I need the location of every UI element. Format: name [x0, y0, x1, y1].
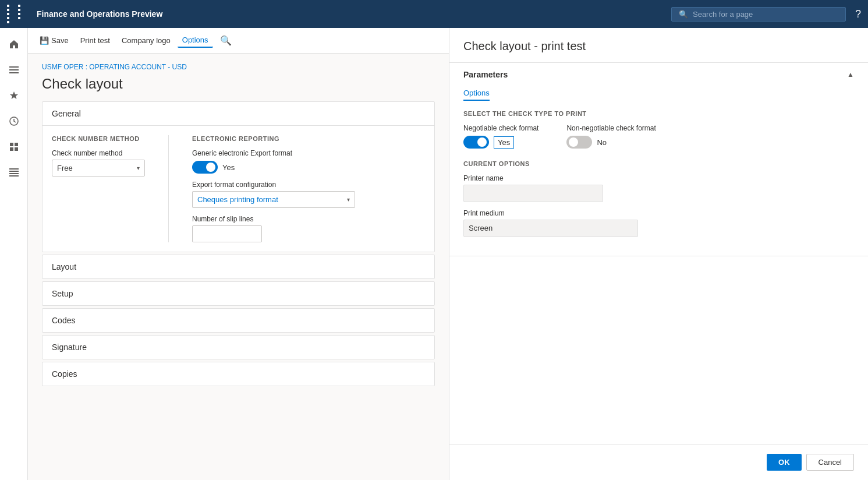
select-check-type-label: SELECT THE CHECK TYPE TO PRINT	[463, 110, 854, 117]
panel-body: Parameters ▲ Options SELECT THE CHECK TY…	[449, 63, 868, 444]
signature-section-header[interactable]: Signature	[42, 336, 434, 359]
save-icon: 💾	[40, 36, 49, 45]
codes-section: Codes	[42, 308, 435, 333]
setup-section-header[interactable]: Setup	[42, 282, 434, 305]
panel-footer: OK Cancel	[449, 444, 868, 480]
toolbar-search-icon[interactable]: 🔍	[220, 35, 232, 46]
parameters-title: Parameters	[463, 70, 508, 79]
export-format-config-label: Export format configuration	[192, 181, 425, 189]
general-section: General CHECK NUMBER METHOD Check number…	[42, 101, 435, 252]
check-number-method-field-label: Check number method	[52, 149, 145, 157]
toolbar: 💾 Save Print test Company logo Options 🔍	[28, 28, 449, 54]
options-tab[interactable]: Options	[463, 86, 490, 101]
svg-rect-4	[10, 143, 13, 146]
negotiable-toggle-row: Yes	[463, 136, 538, 149]
svg-rect-0	[9, 66, 19, 68]
breadcrumb: USMF OPER : OPERATING ACCOUNT - USD	[42, 63, 435, 71]
setup-section: Setup	[42, 281, 435, 306]
app-title: Finance and Operations Preview	[37, 9, 662, 19]
cancel-button[interactable]: Cancel	[806, 454, 854, 471]
generic-export-toggle-wrapper: Yes	[192, 161, 425, 174]
app-grid-icon[interactable]	[7, 5, 27, 23]
search-bar[interactable]: 🔍	[671, 7, 846, 22]
sidebar-item-list[interactable]	[2, 161, 26, 184]
check-number-method-label: CHECK NUMBER METHOD	[52, 135, 145, 142]
generic-export-toggle-label: Yes	[222, 163, 235, 172]
generic-export-toggle[interactable]	[192, 161, 218, 174]
general-section-body: CHECK NUMBER METHOD Check number method …	[42, 125, 434, 252]
main-area: 💾 Save Print test Company logo Options 🔍…	[0, 28, 868, 480]
print-medium-label: Print medium	[463, 209, 854, 217]
sidebar-item-favorites[interactable]	[2, 84, 26, 107]
top-nav: Finance and Operations Preview 🔍 ?	[0, 0, 868, 28]
check-number-method-select[interactable]: Free ▾	[52, 160, 145, 177]
check-type-row: Negotiable check format Yes Non-negotiab…	[463, 124, 854, 149]
svg-rect-8	[9, 168, 19, 170]
save-button[interactable]: 💾 Save	[35, 34, 73, 47]
search-input[interactable]	[693, 10, 838, 19]
print-test-button[interactable]: Print test	[76, 34, 115, 47]
ok-button[interactable]: OK	[767, 454, 802, 471]
negotiable-check-label: Negotiable check format	[463, 124, 538, 132]
panel-title: Check layout - print test	[449, 28, 868, 63]
chevron-down-icon: ▾	[137, 165, 140, 171]
svg-rect-6	[10, 147, 13, 151]
signature-section: Signature	[42, 335, 435, 359]
svg-rect-5	[15, 143, 18, 146]
svg-rect-2	[9, 72, 19, 73]
page-title: Check layout	[42, 76, 435, 92]
sidebar-item-recent[interactable]	[2, 110, 26, 133]
chevron-down-icon-2: ▾	[347, 196, 350, 203]
generic-export-format-label: Generic electronic Export format	[192, 149, 425, 157]
help-icon[interactable]: ?	[855, 8, 861, 20]
general-section-header[interactable]: General	[42, 102, 434, 125]
sidebar-icons	[0, 28, 28, 480]
copies-section-header[interactable]: Copies	[42, 362, 434, 386]
printer-name-group: Printer name	[463, 174, 854, 202]
options-button[interactable]: Options	[178, 33, 213, 48]
non-negotiable-check-item: Non-negotiable check format No	[566, 124, 656, 149]
svg-rect-7	[15, 147, 18, 151]
codes-section-header[interactable]: Codes	[42, 309, 434, 332]
svg-rect-11	[9, 175, 19, 177]
print-medium-value: Screen	[463, 220, 638, 237]
non-negotiable-toggle[interactable]	[566, 136, 592, 149]
electronic-reporting-label: ELECTRONIC REPORTING	[192, 135, 425, 142]
parameters-section-body: Options SELECT THE CHECK TYPE TO PRINT N…	[449, 86, 868, 256]
negotiable-toggle[interactable]	[463, 136, 489, 149]
export-format-config-select[interactable]: Cheques printing format ▾	[192, 191, 355, 208]
sidebar-item-dashboard[interactable]	[2, 135, 26, 158]
content-area: 💾 Save Print test Company logo Options 🔍…	[28, 28, 449, 480]
print-medium-group: Print medium Screen	[463, 209, 854, 237]
parameters-section-header[interactable]: Parameters ▲	[449, 63, 868, 86]
non-negotiable-value: No	[597, 138, 607, 147]
copies-section: Copies	[42, 362, 435, 386]
printer-name-value	[463, 185, 603, 202]
non-negotiable-check-label: Non-negotiable check format	[566, 124, 656, 132]
sidebar-item-home[interactable]	[2, 33, 26, 56]
slip-lines-input[interactable]: 0	[192, 225, 262, 242]
company-logo-button[interactable]: Company logo	[117, 34, 175, 47]
chevron-up-icon: ▲	[847, 70, 854, 79]
negotiable-check-item: Negotiable check format Yes	[463, 124, 538, 149]
parameters-section: Parameters ▲ Options SELECT THE CHECK TY…	[449, 63, 868, 256]
layout-section-header[interactable]: Layout	[42, 255, 434, 278]
right-panel: Check layout - print test Parameters ▲ O…	[449, 28, 868, 480]
non-negotiable-toggle-row: No	[566, 136, 656, 149]
layout-section: Layout	[42, 255, 435, 279]
printer-name-label: Printer name	[463, 174, 854, 182]
svg-rect-10	[9, 173, 19, 174]
slip-lines-label: Number of slip lines	[192, 215, 425, 223]
svg-rect-9	[9, 171, 19, 172]
negotiable-value: Yes	[494, 136, 514, 149]
sidebar-item-nav-toggle[interactable]	[2, 58, 26, 82]
svg-rect-1	[9, 69, 19, 70]
search-icon: 🔍	[679, 10, 688, 19]
current-options-label: CURRENT OPTIONS	[463, 160, 854, 167]
page-content: USMF OPER : OPERATING ACCOUNT - USD Chec…	[28, 54, 449, 480]
